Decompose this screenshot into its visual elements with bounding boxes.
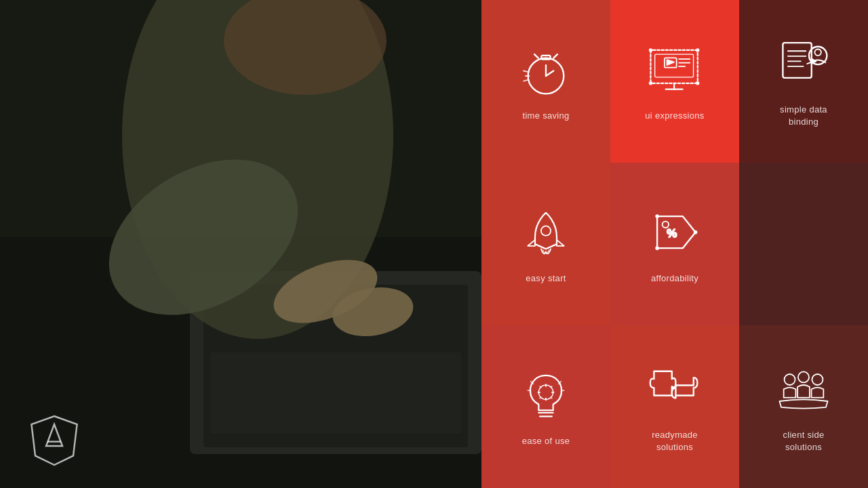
simple-data-binding-label: simple data binding xyxy=(780,104,827,128)
angular-logo xyxy=(27,413,81,468)
svg-point-67 xyxy=(785,374,795,385)
svg-marker-12 xyxy=(46,424,62,446)
svg-point-69 xyxy=(812,374,823,385)
client-side-solutions-cell[interactable]: client side solutions xyxy=(739,325,868,488)
simple-data-binding-cell[interactable]: simple data binding xyxy=(739,0,868,163)
readymade-solutions-cell[interactable]: readymade solutions xyxy=(610,325,739,488)
svg-point-43 xyxy=(814,49,821,55)
svg-point-68 xyxy=(798,371,809,382)
ease-of-use-label: ease of use xyxy=(522,435,570,447)
svg-point-46 xyxy=(541,226,551,235)
svg-marker-27 xyxy=(667,60,674,65)
rocket-icon xyxy=(515,203,576,264)
svg-line-62 xyxy=(551,397,552,399)
feature-grid: time saving xyxy=(481,0,868,488)
ease-of-use-cell[interactable]: ease of use xyxy=(481,325,610,488)
svg-point-35 xyxy=(650,82,652,85)
team-icon xyxy=(773,360,834,421)
affordability-cell[interactable]: % affordability xyxy=(610,163,739,325)
tag-icon: % xyxy=(644,203,705,264)
time-saving-cell[interactable]: time saving xyxy=(481,0,610,163)
easy-start-label: easy start xyxy=(526,272,566,285)
svg-line-18 xyxy=(553,54,557,58)
svg-line-20 xyxy=(546,70,553,76)
readymade-solutions-label: readymade solutions xyxy=(652,429,698,453)
svg-marker-45 xyxy=(812,58,816,64)
client-side-upper-cell xyxy=(739,163,868,325)
svg-point-33 xyxy=(650,49,652,52)
stopwatch-icon xyxy=(515,41,576,102)
svg-point-51 xyxy=(656,247,658,249)
time-saving-label: time saving xyxy=(522,110,569,122)
bulb-icon xyxy=(515,366,576,427)
svg-point-36 xyxy=(696,82,699,85)
svg-rect-24 xyxy=(650,50,697,83)
ui-expressions-cell[interactable]: ui expressions xyxy=(610,0,739,163)
ui-expressions-label: ui expressions xyxy=(645,110,704,122)
svg-point-49 xyxy=(656,215,658,218)
client-side-solutions-label: client side solutions xyxy=(783,429,824,453)
easy-start-cell[interactable]: easy start xyxy=(481,163,610,325)
puzzle-icon xyxy=(644,360,705,421)
svg-point-34 xyxy=(696,49,699,52)
svg-line-17 xyxy=(534,54,538,58)
svg-point-50 xyxy=(694,231,697,234)
svg-line-61 xyxy=(540,397,541,399)
svg-rect-37 xyxy=(783,43,811,78)
svg-line-60 xyxy=(551,386,552,388)
svg-text:%: % xyxy=(667,227,677,240)
affordability-label: affordability xyxy=(651,272,698,285)
svg-line-59 xyxy=(540,386,541,388)
monitor-icon xyxy=(644,41,705,102)
data-binding-icon xyxy=(773,35,834,96)
